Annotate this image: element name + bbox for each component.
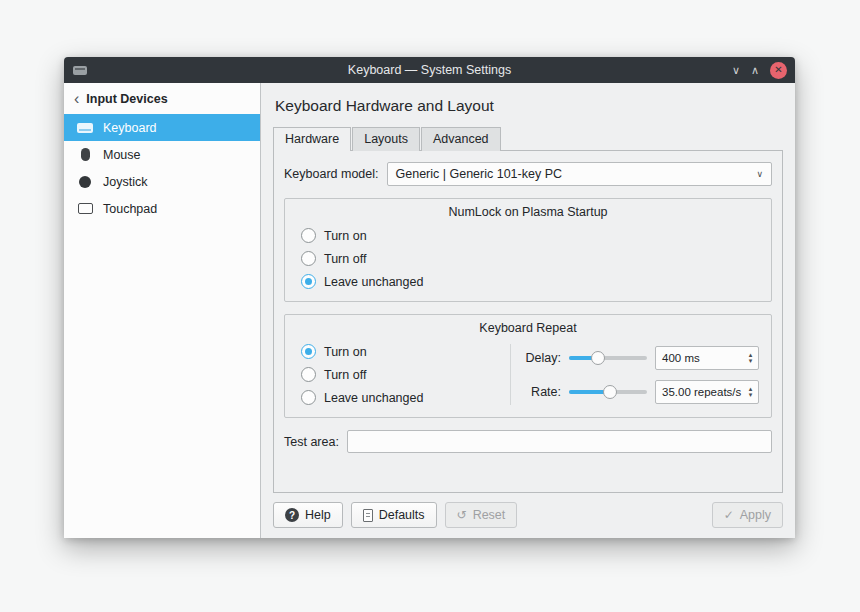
radio-button[interactable]: [301, 367, 316, 382]
spinner-arrows: ▴ ▾: [743, 352, 758, 364]
radio-button-checked[interactable]: [301, 344, 316, 359]
repeat-option-turn-off[interactable]: Turn off: [301, 367, 498, 382]
keyboard-model-label: Keyboard model:: [284, 167, 379, 181]
help-button-label: Help: [305, 508, 331, 522]
keyboard-icon: [76, 123, 94, 133]
sidebar-item-keyboard[interactable]: Keyboard: [64, 114, 260, 141]
defaults-icon: [363, 509, 373, 522]
test-area-input[interactable]: [347, 430, 772, 453]
chevron-down-icon: ∨: [756, 169, 763, 179]
slider-fill: [569, 356, 598, 360]
apply-check-icon: ✓: [724, 509, 734, 521]
tab-bar: Hardware Layouts Advanced: [273, 127, 783, 151]
window-keyboard-icon: [72, 62, 88, 78]
radio-label: Leave unchanged: [324, 391, 423, 405]
rate-spinbox[interactable]: 35.00 repeats/s ▴ ▾: [655, 380, 759, 404]
tab-label: Hardware: [285, 132, 339, 146]
help-button[interactable]: ? Help: [273, 502, 343, 528]
radio-label: Leave unchanged: [324, 275, 423, 289]
numlock-option-turn-off[interactable]: Turn off: [301, 251, 759, 266]
apply-button[interactable]: ✓ Apply: [712, 502, 783, 528]
spin-down-icon[interactable]: ▾: [749, 392, 753, 398]
test-area-row: Test area:: [284, 430, 772, 453]
window-controls: ∨ ∧ ✕: [732, 62, 787, 79]
slider-track[interactable]: [569, 390, 647, 394]
defaults-button-label: Defaults: [379, 508, 425, 522]
spinner-arrows: ▴ ▾: [743, 386, 758, 398]
touchpad-icon: [76, 203, 94, 214]
keyboard-model-select[interactable]: Generic | Generic 101-key PC ∨: [387, 162, 772, 186]
titlebar[interactable]: Keyboard — System Settings ∨ ∧ ✕: [64, 57, 795, 83]
mouse-icon: [76, 148, 94, 161]
repeat-group-body: Turn on Turn off Leave unchanged: [297, 344, 759, 405]
rate-value: 35.00 repeats/s: [656, 386, 743, 398]
repeat-option-leave-unchanged[interactable]: Leave unchanged: [301, 390, 498, 405]
delay-value: 400 ms: [656, 352, 743, 364]
tab-label: Advanced: [433, 132, 489, 146]
sidebar-item-label: Keyboard: [103, 121, 157, 135]
spin-down-icon[interactable]: ▾: [749, 358, 753, 364]
hardware-tab-panel: Keyboard model: Generic | Generic 101-ke…: [273, 150, 783, 493]
rate-label: Rate:: [523, 385, 561, 399]
sidebar-item-label: Joystick: [103, 175, 147, 189]
test-area-label: Test area:: [284, 435, 339, 449]
sidebar: ‹ Input Devices Keyboard Mouse Joystick …: [64, 83, 261, 538]
sidebar-back-header[interactable]: ‹ Input Devices: [64, 83, 260, 114]
vertical-divider: [510, 344, 511, 405]
numlock-option-leave-unchanged[interactable]: Leave unchanged: [301, 274, 759, 289]
sidebar-item-label: Touchpad: [103, 202, 157, 216]
delay-spinbox[interactable]: 400 ms ▴ ▾: [655, 346, 759, 370]
maximize-icon[interactable]: ∧: [751, 65, 759, 76]
tab-hardware[interactable]: Hardware: [273, 127, 351, 151]
numlock-group-title: NumLock on Plasma Startup: [297, 205, 759, 219]
radio-label: Turn off: [324, 368, 366, 382]
repeat-group-title: Keyboard Repeat: [297, 321, 759, 335]
reset-button[interactable]: ↺ Reset: [445, 502, 518, 528]
keyboard-repeat-groupbox: Keyboard Repeat Turn on Turn off: [284, 314, 772, 418]
slider-handle[interactable]: [603, 385, 617, 399]
back-chevron-icon: ‹: [74, 93, 79, 105]
slider-handle[interactable]: [591, 351, 605, 365]
main-panel: Keyboard Hardware and Layout Hardware La…: [261, 83, 795, 538]
radio-button-checked[interactable]: [301, 274, 316, 289]
radio-label: Turn off: [324, 252, 366, 266]
reset-button-label: Reset: [473, 508, 506, 522]
sidebar-item-touchpad[interactable]: Touchpad: [64, 195, 260, 222]
radio-button[interactable]: [301, 228, 316, 243]
tab-label: Layouts: [364, 132, 408, 146]
page-title: Keyboard Hardware and Layout: [275, 97, 783, 115]
keyboard-model-value: Generic | Generic 101-key PC: [396, 167, 757, 181]
rate-row: Rate: 35.00 repeats/s: [523, 380, 759, 404]
help-icon: ?: [285, 508, 299, 522]
delay-slider[interactable]: [569, 350, 647, 366]
sidebar-title: Input Devices: [86, 92, 167, 106]
repeat-option-turn-on[interactable]: Turn on: [301, 344, 498, 359]
defaults-button[interactable]: Defaults: [351, 502, 437, 528]
apply-button-label: Apply: [740, 508, 771, 522]
tab-layouts[interactable]: Layouts: [352, 127, 420, 151]
repeat-options: Turn on Turn off Leave unchanged: [297, 344, 498, 405]
slider-track[interactable]: [569, 356, 647, 360]
keyboard-model-row: Keyboard model: Generic | Generic 101-ke…: [284, 162, 772, 186]
window-title: Keyboard — System Settings: [64, 63, 795, 77]
tab-advanced[interactable]: Advanced: [421, 127, 501, 151]
sidebar-item-joystick[interactable]: Joystick: [64, 168, 260, 195]
sidebar-item-label: Mouse: [103, 148, 141, 162]
minimize-icon[interactable]: ∨: [732, 65, 740, 76]
delay-label: Delay:: [523, 351, 561, 365]
rate-slider[interactable]: [569, 384, 647, 400]
sidebar-item-mouse[interactable]: Mouse: [64, 141, 260, 168]
close-icon[interactable]: ✕: [770, 62, 787, 79]
radio-label: Turn on: [324, 229, 367, 243]
radio-label: Turn on: [324, 345, 367, 359]
system-settings-window: Keyboard — System Settings ∨ ∧ ✕ ‹ Input…: [64, 57, 795, 538]
footer-button-bar: ? Help Defaults ↺ Reset ✓ Apply: [273, 502, 783, 528]
joystick-icon: [76, 176, 94, 188]
reset-icon: ↺: [457, 509, 467, 521]
numlock-options: Turn on Turn off Leave unchanged: [297, 228, 759, 289]
delay-row: Delay: 400 ms: [523, 346, 759, 370]
window-body: ‹ Input Devices Keyboard Mouse Joystick …: [64, 83, 795, 538]
radio-button[interactable]: [301, 390, 316, 405]
numlock-option-turn-on[interactable]: Turn on: [301, 228, 759, 243]
radio-button[interactable]: [301, 251, 316, 266]
